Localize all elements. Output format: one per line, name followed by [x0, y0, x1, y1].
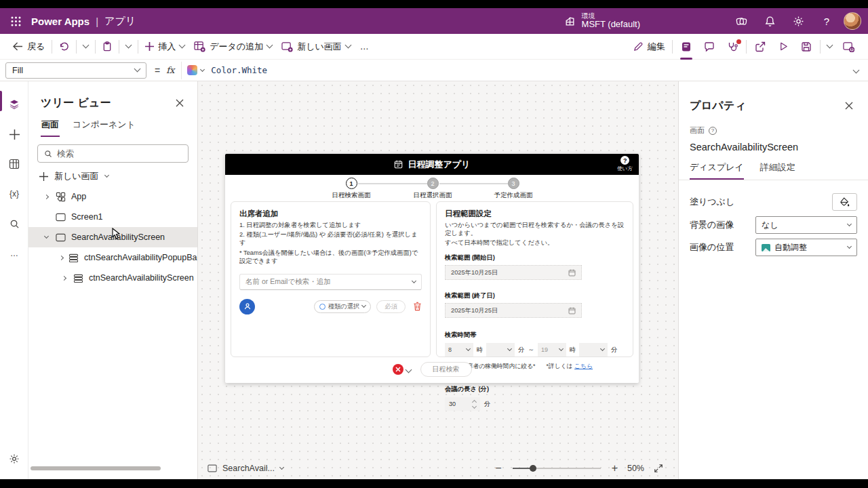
tab-screens[interactable]: 画面 — [41, 117, 60, 137]
start-minute-dropdown[interactable] — [486, 343, 515, 357]
tree-item-searchavailabilityscreen[interactable]: SearchAvailabilityScreen — [28, 227, 197, 247]
delete-attendee-button[interactable] — [413, 302, 422, 311]
settings-button[interactable] — [784, 8, 812, 34]
save-dropdown[interactable] — [823, 37, 837, 56]
minute-suffix: 分 — [518, 346, 524, 354]
formula-copilot-button[interactable] — [187, 65, 204, 75]
rail-settings-button[interactable] — [0, 444, 28, 474]
tree-item-screen-container[interactable]: ctnSearchAvailabilityScreen — [28, 268, 197, 288]
gear-icon — [9, 453, 20, 464]
add-data-button[interactable]: データの追加 — [189, 37, 277, 56]
formula-input[interactable]: Color.White — [181, 62, 868, 79]
zoom-in-button[interactable]: + — [609, 462, 620, 474]
screen-icon — [56, 213, 66, 222]
rail-insert-button[interactable] — [0, 119, 28, 149]
fit-to-screen-button[interactable] — [654, 464, 663, 473]
rail-variables-button[interactable]: {x} — [0, 179, 28, 209]
undo-dropdown[interactable] — [79, 37, 93, 56]
notifications-button[interactable] — [755, 8, 784, 34]
publish-button[interactable] — [837, 37, 860, 56]
formula-expand-chevron[interactable] — [853, 67, 860, 74]
image-position-select[interactable]: 自動調整 — [755, 239, 857, 256]
comment-icon — [704, 41, 715, 52]
divider — [672, 40, 673, 54]
paste-button[interactable] — [98, 37, 117, 56]
waffle-menu-icon[interactable] — [0, 8, 31, 34]
share-button[interactable] — [749, 37, 772, 56]
start-hour-dropdown[interactable]: 8 — [445, 343, 473, 357]
chevron-right-icon[interactable] — [42, 195, 50, 199]
back-button[interactable]: 戻る — [8, 37, 50, 56]
zoom-slider[interactable] — [513, 468, 601, 469]
letterbox-bottom — [0, 479, 868, 488]
comments-button[interactable] — [698, 37, 721, 56]
end-minute-dropdown[interactable] — [579, 343, 608, 357]
tree-item-popup-background-container[interactable]: ctnSearchAvailabilityPopupBackgrou — [28, 247, 197, 268]
required-badge[interactable]: 必須 — [376, 300, 406, 313]
attendee-search-combobox[interactable]: 名前 or Emailで検索・追加 — [239, 274, 422, 290]
tab-advanced[interactable]: 詳細設定 — [760, 161, 795, 180]
tree-item-app[interactable]: App — [28, 186, 197, 207]
help-icon: ? — [824, 16, 829, 27]
fill-color-button[interactable] — [832, 193, 857, 211]
tab-display[interactable]: ディスプレイ — [690, 161, 744, 180]
copilot-button[interactable] — [727, 8, 755, 34]
tab-components[interactable]: コンポーネント — [72, 117, 136, 137]
zoom-slider-thumb[interactable] — [530, 465, 536, 472]
schedule-search-button[interactable]: 日程検索 — [420, 362, 472, 377]
edit-button[interactable]: 編集 — [629, 37, 670, 56]
rail-tree-view-button[interactable] — [0, 89, 28, 119]
chevron-down-icon[interactable] — [405, 366, 412, 373]
save-button[interactable] — [795, 37, 818, 56]
end-hour-dropdown[interactable]: 19 — [538, 343, 566, 357]
start-date-picker[interactable]: 2025年10月25日 — [445, 265, 582, 280]
tree-item-screen1[interactable]: Screen1 — [28, 207, 197, 227]
attendees-line-2: 2. 種類(ユーザー/場所/備品) や 必須要否(必須/任意) を選択します — [239, 230, 422, 247]
tree-close-button[interactable] — [172, 95, 188, 111]
end-date-picker[interactable]: 2025年10月25日 — [445, 303, 582, 318]
clear-button[interactable] — [393, 364, 403, 375]
object-help-icon[interactable]: ? — [709, 127, 717, 135]
rail-data-button[interactable] — [0, 149, 28, 179]
tree-new-screen-button[interactable]: 新しい画面 — [39, 170, 186, 182]
help-button[interactable]: ? — [812, 8, 841, 34]
rail-search-button[interactable] — [0, 209, 28, 239]
screen-icon — [208, 464, 217, 472]
chevron-right-icon[interactable] — [60, 277, 68, 280]
zoom-out-button[interactable]: − — [492, 462, 504, 474]
attendee-avatar[interactable] — [239, 299, 255, 314]
stepper-arrows-icon[interactable] — [473, 401, 476, 408]
app-help-button[interactable]: ? 使い方 — [617, 155, 633, 172]
undo-button[interactable] — [54, 37, 74, 56]
insert-button[interactable]: 挿入 — [140, 37, 189, 56]
property-selector[interactable]: Fill — [5, 62, 146, 79]
play-icon — [778, 41, 789, 52]
background-image-select[interactable]: なし — [755, 216, 857, 234]
preview-button[interactable] — [772, 37, 795, 56]
more-commands-button[interactable]: … — [355, 37, 374, 56]
rail-more-button[interactable]: … — [0, 239, 28, 268]
horizontal-scrollbar[interactable] — [31, 466, 161, 470]
ellipsis-icon: … — [360, 41, 369, 52]
tree-search-box[interactable] — [37, 144, 189, 163]
chevron-down-icon — [125, 42, 132, 49]
tree-new-screen-label: 新しい画面 — [54, 170, 99, 182]
paste-dropdown[interactable] — [121, 37, 136, 56]
app-screen-preview[interactable]: 日程調整アプリ ? 使い方 1 日程検索画面 2 日程選択画面 3 — [225, 154, 639, 383]
tree-search-input[interactable] — [57, 149, 182, 159]
environment-picker[interactable]: 環境 MSFT (default) — [564, 12, 640, 30]
duration-stepper[interactable]: 30 — [445, 397, 480, 411]
app-checker-button[interactable] — [721, 37, 744, 56]
app-title: Power Apps | アプリ — [31, 15, 136, 28]
canvas-area[interactable]: 日程調整アプリ ? 使い方 1 日程検索画面 2 日程選択画面 3 — [198, 81, 678, 479]
chevron-right-icon[interactable] — [60, 256, 63, 260]
app-details-button[interactable] — [675, 37, 698, 56]
attendee-type-dropdown[interactable]: 種類の選択 — [314, 300, 372, 313]
environment-label: 環境 — [582, 12, 640, 20]
screen-selector[interactable]: SearchAvail... — [208, 464, 283, 473]
new-screen-button[interactable]: 新しい画面 — [277, 37, 355, 56]
chevron-down-icon[interactable] — [42, 237, 50, 238]
fill-property-row: 塗りつぶし — [690, 193, 857, 211]
properties-close-button[interactable] — [841, 98, 857, 114]
avatar[interactable] — [844, 12, 861, 30]
